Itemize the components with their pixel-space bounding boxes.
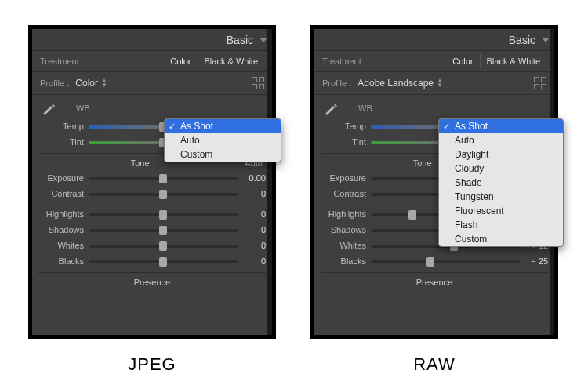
profile-label: Profile : [322, 78, 351, 88]
whites-value: 0 [238, 241, 266, 250]
blacks-slider[interactable] [89, 256, 238, 266]
profile-value: Adobe Landscape [358, 78, 434, 89]
highlights-slider[interactable] [89, 209, 238, 219]
exposure-label: Exposure [38, 173, 89, 183]
wb-option[interactable]: As Shot [439, 119, 563, 133]
tint-label: Tint [38, 137, 89, 147]
temp-label: Temp [321, 122, 371, 131]
shadows-label: Shadows [321, 225, 371, 234]
wb-option[interactable]: Daylight [439, 147, 563, 162]
temp-label: Temp [38, 122, 89, 131]
eyedropper-icon[interactable] [38, 100, 60, 117]
contrast-label: Contrast [321, 189, 371, 198]
eyedropper-icon[interactable] [321, 100, 343, 117]
wb-option[interactable]: Auto [165, 133, 281, 147]
treatment-color[interactable]: Color [446, 54, 479, 68]
panel-header[interactable]: Basic [32, 29, 272, 51]
tint-label: Tint [321, 137, 371, 147]
profile-dropdown[interactable]: Color ▲▼ [75, 78, 107, 89]
exposure-label: Exposure [321, 173, 371, 183]
wb-option[interactable]: Tungsten [439, 190, 563, 204]
panel-jpeg: Basic Treatment : Color Black & White Pr… [28, 25, 276, 339]
caption-jpeg: JPEG [28, 354, 276, 375]
whites-slider[interactable] [89, 241, 238, 250]
treatment-label: Treatment : [40, 56, 84, 66]
wb-option[interactable]: As Shot [165, 119, 281, 133]
contrast-slider[interactable] [89, 189, 238, 198]
blacks-value: − 25 [520, 256, 548, 266]
shadows-slider[interactable] [89, 225, 238, 234]
contrast-value: 0 [238, 189, 266, 198]
wb-label: WB : [76, 103, 95, 113]
presence-header: Presence [38, 272, 266, 287]
contrast-label: Contrast [38, 189, 89, 198]
treatment-bw[interactable]: Black & White [480, 54, 546, 68]
wb-dropdown[interactable]: As ShotAutoDaylightCloudyShadeTungstenFl… [438, 118, 564, 247]
stepper-icon: ▲▼ [437, 78, 443, 88]
blacks-label: Blacks [321, 256, 371, 266]
highlights-value: 0 [238, 209, 266, 219]
blacks-label: Blacks [38, 256, 89, 266]
highlights-label: Highlights [321, 209, 371, 219]
profile-browser-icon[interactable] [252, 77, 264, 89]
wb-option[interactable]: Cloudy [439, 162, 563, 176]
panel-header[interactable]: Basic [314, 29, 554, 51]
wb-option[interactable]: Custom [165, 147, 281, 162]
whites-label: Whites [38, 241, 89, 250]
scrollbar-strip [267, 29, 272, 335]
highlights-label: Highlights [38, 209, 89, 219]
collapse-icon [542, 38, 550, 42]
profile-dropdown[interactable]: Adobe Landscape ▲▼ [358, 78, 443, 89]
treatment-bw[interactable]: Black & White [198, 54, 264, 68]
stepper-icon: ▲▼ [101, 78, 107, 88]
exposure-slider[interactable] [89, 173, 238, 183]
wb-dropdown[interactable]: As ShotAutoCustom [164, 118, 281, 162]
profile-value: Color [75, 78, 98, 89]
profile-label: Profile : [40, 78, 69, 88]
wb-option[interactable]: Custom [439, 232, 563, 246]
profile-row: Profile : Adobe Landscape ▲▼ [314, 71, 554, 95]
wb-option[interactable]: Fluorescent [439, 204, 563, 218]
treatment-row: Treatment : Color Black & White [314, 51, 554, 71]
profile-row: Profile : Color ▲▼ [32, 71, 272, 95]
wb-label: WB : [358, 103, 377, 113]
wb-option[interactable]: Auto [439, 133, 563, 147]
caption-raw: RAW [310, 354, 558, 375]
profile-browser-icon[interactable] [534, 77, 546, 89]
treatment-label: Treatment : [322, 56, 366, 66]
exposure-value: 0.00 [238, 173, 266, 183]
whites-label: Whites [321, 241, 371, 250]
panel-title: Basic [227, 34, 253, 46]
panel-raw: Basic Treatment : Color Black & White Pr… [310, 25, 558, 339]
panel-title: Basic [509, 34, 535, 46]
blacks-slider[interactable] [371, 256, 520, 266]
treatment-color[interactable]: Color [164, 54, 197, 68]
treatment-row: Treatment : Color Black & White [32, 51, 272, 71]
blacks-value: 0 [238, 256, 266, 266]
collapse-icon [260, 38, 267, 42]
shadows-label: Shadows [38, 225, 89, 234]
shadows-value: 0 [238, 225, 266, 234]
wb-option[interactable]: Flash [439, 218, 563, 232]
wb-option[interactable]: Shade [439, 176, 563, 190]
presence-header: Presence [321, 272, 548, 287]
